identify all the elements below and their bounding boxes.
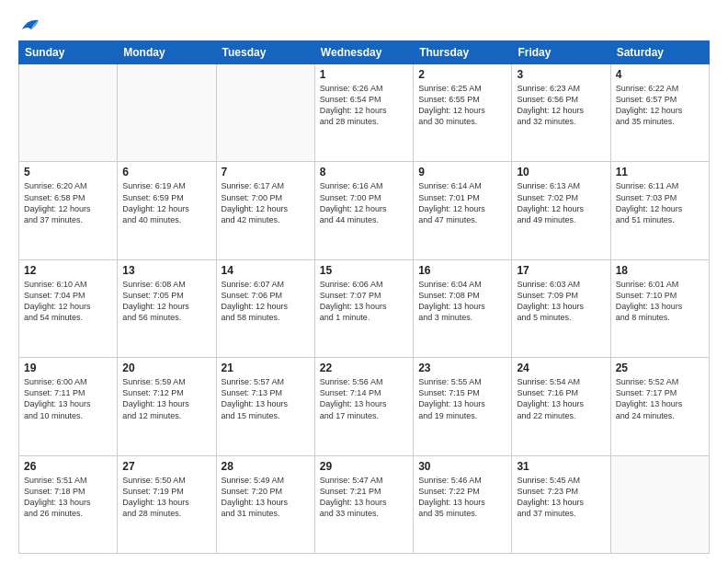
day-info: Sunrise: 6:14 AM Sunset: 7:01 PM Dayligh… [418, 180, 506, 225]
day-info: Sunrise: 6:22 AM Sunset: 6:57 PM Dayligh… [616, 83, 704, 128]
day-info: Sunrise: 5:46 AM Sunset: 7:22 PM Dayligh… [418, 475, 506, 520]
day-number: 27 [122, 460, 210, 473]
day-number: 16 [418, 264, 506, 277]
calendar-cell: 14Sunrise: 6:07 AM Sunset: 7:06 PM Dayli… [216, 259, 314, 357]
calendar-cell: 3Sunrise: 6:23 AM Sunset: 6:56 PM Daylig… [512, 64, 610, 162]
calendar-cell: 22Sunrise: 5:56 AM Sunset: 7:14 PM Dayli… [314, 358, 413, 455]
calendar-cell: 17Sunrise: 6:03 AM Sunset: 7:09 PM Dayli… [512, 259, 610, 357]
page: SundayMondayTuesdayWednesdayThursdayFrid… [0, 0, 728, 563]
day-info: Sunrise: 6:20 AM Sunset: 6:58 PM Dayligh… [24, 180, 112, 225]
day-info: Sunrise: 5:47 AM Sunset: 7:21 PM Dayligh… [320, 475, 408, 520]
day-info: Sunrise: 5:56 AM Sunset: 7:14 PM Dayligh… [320, 376, 408, 421]
calendar-cell [118, 64, 216, 162]
calendar-cell: 31Sunrise: 5:45 AM Sunset: 7:23 PM Dayli… [512, 455, 610, 553]
day-info: Sunrise: 6:07 AM Sunset: 7:06 PM Dayligh… [222, 279, 310, 324]
day-number: 14 [222, 264, 310, 277]
day-info: Sunrise: 6:13 AM Sunset: 7:02 PM Dayligh… [517, 180, 605, 225]
day-info: Sunrise: 5:49 AM Sunset: 7:20 PM Dayligh… [222, 475, 310, 520]
calendar-cell: 10Sunrise: 6:13 AM Sunset: 7:02 PM Dayli… [512, 162, 610, 259]
day-info: Sunrise: 5:55 AM Sunset: 7:15 PM Dayligh… [418, 376, 506, 421]
calendar-day-header: Saturday [610, 41, 709, 64]
calendar-week-row: 1Sunrise: 6:26 AM Sunset: 6:54 PM Daylig… [19, 64, 710, 162]
calendar-cell: 27Sunrise: 5:50 AM Sunset: 7:19 PM Dayli… [118, 455, 216, 553]
day-number: 11 [616, 166, 704, 178]
calendar-cell: 21Sunrise: 5:57 AM Sunset: 7:13 PM Dayli… [216, 358, 314, 455]
day-number: 30 [418, 460, 506, 473]
calendar-cell: 24Sunrise: 5:54 AM Sunset: 7:16 PM Dayli… [512, 358, 610, 455]
calendar-header-row: SundayMondayTuesdayWednesdayThursdayFrid… [19, 41, 710, 64]
day-number: 26 [24, 460, 112, 473]
calendar-cell: 11Sunrise: 6:11 AM Sunset: 7:03 PM Dayli… [610, 162, 709, 259]
calendar-day-header: Monday [118, 41, 216, 64]
calendar-day-header: Thursday [414, 41, 512, 64]
day-number: 25 [616, 362, 704, 374]
day-number: 19 [24, 362, 112, 374]
calendar-cell: 7Sunrise: 6:17 AM Sunset: 7:00 PM Daylig… [216, 162, 314, 259]
day-number: 12 [24, 264, 112, 277]
calendar-cell: 16Sunrise: 6:04 AM Sunset: 7:08 PM Dayli… [414, 259, 512, 357]
day-number: 17 [517, 264, 605, 277]
calendar-cell: 12Sunrise: 6:10 AM Sunset: 7:04 PM Dayli… [19, 259, 118, 357]
day-number: 2 [418, 68, 506, 81]
calendar-cell [19, 64, 118, 162]
calendar-cell: 6Sunrise: 6:19 AM Sunset: 6:59 PM Daylig… [118, 162, 216, 259]
day-number: 28 [222, 460, 310, 473]
calendar-cell: 19Sunrise: 6:00 AM Sunset: 7:11 PM Dayli… [19, 358, 118, 455]
day-number: 29 [320, 460, 408, 473]
day-info: Sunrise: 5:59 AM Sunset: 7:12 PM Dayligh… [122, 376, 210, 421]
day-number: 18 [616, 264, 704, 277]
calendar-cell: 23Sunrise: 5:55 AM Sunset: 7:15 PM Dayli… [414, 358, 512, 455]
day-number: 15 [320, 264, 408, 277]
logo-bird-icon [20, 17, 40, 33]
calendar-cell [610, 455, 709, 553]
calendar-cell: 28Sunrise: 5:49 AM Sunset: 7:20 PM Dayli… [216, 455, 314, 553]
day-number: 8 [320, 166, 408, 178]
calendar-day-header: Wednesday [314, 41, 413, 64]
day-number: 13 [122, 264, 210, 277]
calendar-cell: 2Sunrise: 6:25 AM Sunset: 6:55 PM Daylig… [414, 64, 512, 162]
day-number: 3 [517, 68, 605, 81]
calendar-cell: 30Sunrise: 5:46 AM Sunset: 7:22 PM Dayli… [414, 455, 512, 553]
day-number: 4 [616, 68, 704, 81]
day-info: Sunrise: 6:10 AM Sunset: 7:04 PM Dayligh… [24, 279, 112, 324]
day-number: 9 [418, 166, 506, 178]
day-info: Sunrise: 6:23 AM Sunset: 6:56 PM Dayligh… [517, 83, 605, 128]
calendar-cell: 9Sunrise: 6:14 AM Sunset: 7:01 PM Daylig… [414, 162, 512, 259]
day-info: Sunrise: 6:19 AM Sunset: 6:59 PM Dayligh… [122, 180, 210, 225]
day-info: Sunrise: 6:26 AM Sunset: 6:54 PM Dayligh… [320, 83, 408, 128]
day-info: Sunrise: 6:16 AM Sunset: 7:00 PM Dayligh… [320, 180, 408, 225]
calendar-week-row: 5Sunrise: 6:20 AM Sunset: 6:58 PM Daylig… [19, 162, 710, 259]
calendar-week-row: 19Sunrise: 6:00 AM Sunset: 7:11 PM Dayli… [19, 358, 710, 455]
calendar-cell: 18Sunrise: 6:01 AM Sunset: 7:10 PM Dayli… [610, 259, 709, 357]
day-info: Sunrise: 6:06 AM Sunset: 7:07 PM Dayligh… [320, 279, 408, 324]
day-info: Sunrise: 6:01 AM Sunset: 7:10 PM Dayligh… [616, 279, 704, 324]
day-number: 7 [222, 166, 310, 178]
calendar-table: SundayMondayTuesdayWednesdayThursdayFrid… [18, 40, 710, 554]
calendar-cell: 5Sunrise: 6:20 AM Sunset: 6:58 PM Daylig… [19, 162, 118, 259]
day-info: Sunrise: 5:52 AM Sunset: 7:17 PM Dayligh… [616, 376, 704, 421]
day-info: Sunrise: 6:11 AM Sunset: 7:03 PM Dayligh… [616, 180, 704, 225]
day-number: 1 [320, 68, 408, 81]
day-info: Sunrise: 5:50 AM Sunset: 7:19 PM Dayligh… [122, 475, 210, 520]
day-number: 5 [24, 166, 112, 178]
day-number: 21 [222, 362, 310, 374]
calendar-cell: 15Sunrise: 6:06 AM Sunset: 7:07 PM Dayli… [314, 259, 413, 357]
day-number: 22 [320, 362, 408, 374]
day-number: 31 [517, 460, 605, 473]
day-info: Sunrise: 6:17 AM Sunset: 7:00 PM Dayligh… [222, 180, 310, 225]
calendar-cell: 25Sunrise: 5:52 AM Sunset: 7:17 PM Dayli… [610, 358, 709, 455]
calendar-cell: 4Sunrise: 6:22 AM Sunset: 6:57 PM Daylig… [610, 64, 709, 162]
day-info: Sunrise: 6:25 AM Sunset: 6:55 PM Dayligh… [418, 83, 506, 128]
logo [18, 17, 40, 33]
calendar-cell: 1Sunrise: 6:26 AM Sunset: 6:54 PM Daylig… [314, 64, 413, 162]
calendar-cell: 8Sunrise: 6:16 AM Sunset: 7:00 PM Daylig… [314, 162, 413, 259]
calendar-week-row: 12Sunrise: 6:10 AM Sunset: 7:04 PM Dayli… [19, 259, 710, 357]
calendar-cell: 13Sunrise: 6:08 AM Sunset: 7:05 PM Dayli… [118, 259, 216, 357]
day-number: 20 [122, 362, 210, 374]
header [18, 17, 710, 33]
day-info: Sunrise: 5:45 AM Sunset: 7:23 PM Dayligh… [517, 475, 605, 520]
day-number: 24 [517, 362, 605, 374]
calendar-cell: 26Sunrise: 5:51 AM Sunset: 7:18 PM Dayli… [19, 455, 118, 553]
day-info: Sunrise: 5:51 AM Sunset: 7:18 PM Dayligh… [24, 475, 112, 520]
day-number: 6 [122, 166, 210, 178]
